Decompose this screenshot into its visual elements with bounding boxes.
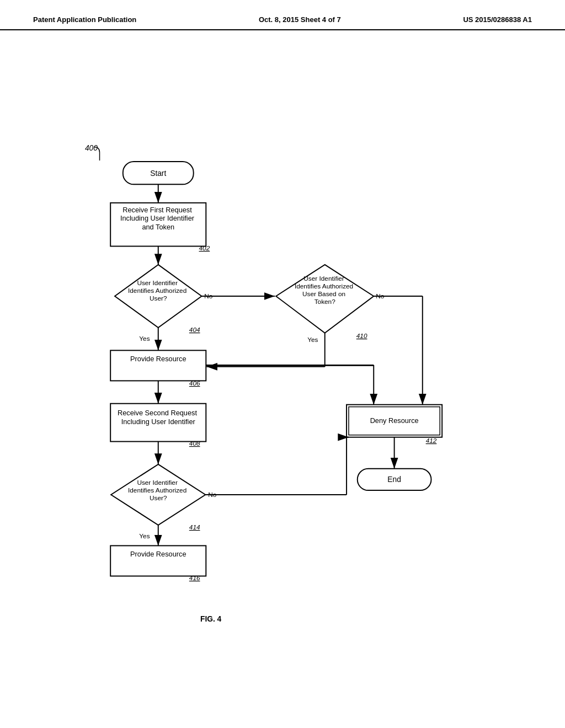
label-yes-410: Yes	[307, 336, 318, 344]
header: Patent Application Publication Oct. 8, 2…	[0, 0, 565, 30]
flowchart-svg: 400 Start Receive First Request Includin…	[0, 30, 565, 692]
node-408-text: Receive Second Request Including User Id…	[118, 409, 199, 426]
start-label: Start	[150, 169, 166, 178]
fig-label: FIG. 4	[200, 615, 222, 623]
node-416-text: Provide Resource	[130, 550, 186, 558]
ref-406: 406	[189, 379, 200, 387]
header-left: Patent Application Publication	[33, 15, 136, 24]
diagram-area: 400 Start Receive First Request Includin…	[0, 30, 565, 692]
label-400: 400	[85, 144, 98, 152]
ref-414: 414	[189, 523, 200, 531]
ref-412: 412	[426, 437, 437, 445]
ref-408: 408	[189, 440, 200, 447]
ref-410: 410	[356, 332, 367, 340]
header-center: Oct. 8, 2015 Sheet 4 of 7	[259, 15, 341, 24]
header-right: US 2015/0286838 A1	[463, 15, 532, 24]
page: Patent Application Publication Oct. 8, 2…	[0, 0, 565, 728]
ref-404: 404	[189, 326, 200, 334]
ref-402: 402	[199, 244, 210, 252]
node-406-text: Provide Resource	[130, 355, 186, 363]
label-yes-404: Yes	[139, 335, 150, 342]
node-412-text: Deny Resource	[370, 416, 419, 425]
label-yes-414: Yes	[139, 532, 150, 540]
ref-416: 416	[189, 574, 200, 582]
end-label: End	[387, 475, 401, 484]
